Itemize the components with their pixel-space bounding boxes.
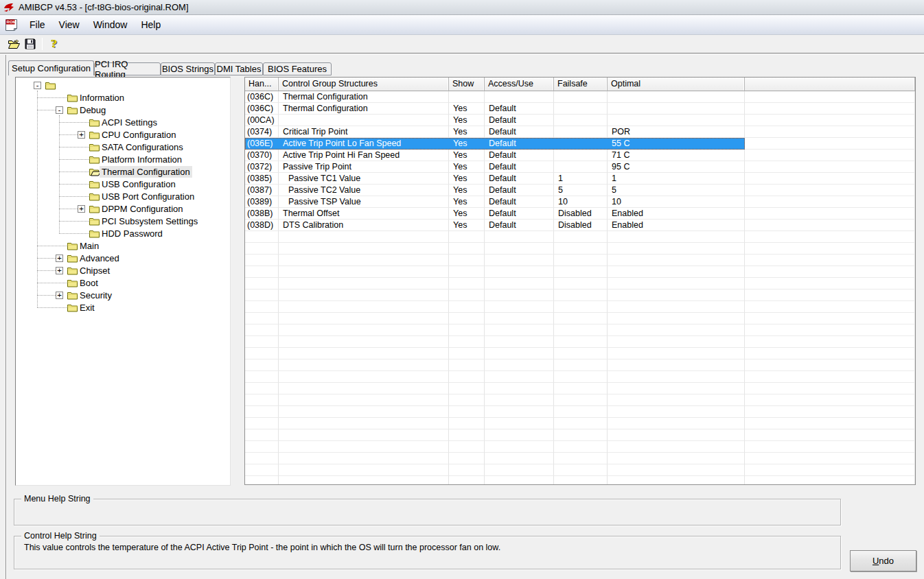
tab-bios-features[interactable]: BIOS Features: [263, 62, 332, 75]
tree-item-platform-information[interactable]: Platform Information: [16, 153, 230, 165]
table-row-empty[interactable]: [245, 429, 915, 441]
table-row-empty[interactable]: [245, 371, 915, 383]
cell-show: [449, 359, 485, 371]
undo-button[interactable]: Undo: [850, 550, 916, 571]
tree-item-exit[interactable]: Exit: [16, 301, 230, 314]
table-row-empty[interactable]: [245, 324, 915, 336]
tree-connector-stub: [37, 97, 67, 98]
folder-icon: [89, 130, 100, 139]
column-header-control-group-structures[interactable]: Control Group Structures: [279, 78, 449, 91]
tree-item-sata-configurations[interactable]: SATA Configurations: [16, 141, 230, 153]
tree-item-acpi-settings[interactable]: ACPI Settings: [16, 116, 230, 128]
rom-document-icon[interactable]: ROM: [4, 19, 19, 32]
menu-window[interactable]: Window: [86, 17, 135, 32]
tab-dmi-tables[interactable]: DMI Tables: [215, 62, 263, 75]
tree-item-cpu-configuration[interactable]: + CPU Configuration: [16, 128, 230, 141]
tree-item-usb-port-configuration[interactable]: USB Port Configuration: [16, 190, 230, 202]
table-row-00ca[interactable]: (00CA)YesDefault: [245, 115, 915, 126]
menu-file[interactable]: File: [23, 17, 52, 32]
table-row-empty[interactable]: [245, 313, 915, 324]
menu-view[interactable]: View: [52, 17, 86, 32]
cell-blank: [745, 348, 915, 359]
column-header-blank[interactable]: [745, 78, 915, 91]
table-row-empty[interactable]: [245, 476, 915, 485]
table-row-038d[interactable]: (038D)DTS CalibrationYesDefaultDisabledE…: [245, 220, 915, 231]
tree-item-thermal-configuration[interactable]: Thermal Configuration: [16, 165, 230, 178]
column-header-show[interactable]: Show: [449, 78, 485, 91]
table-row-0374[interactable]: (0374)Critical Trip PointYesDefaultPOR: [245, 126, 915, 138]
table-row-empty[interactable]: [245, 336, 915, 348]
undo-button-label: Undo: [873, 556, 894, 566]
tree-item-information[interactable]: Information: [16, 91, 230, 104]
cell-failsafe: [554, 266, 608, 278]
cell-handle: [245, 441, 279, 453]
tree-item-boot[interactable]: Boot: [16, 276, 230, 289]
collapse-icon[interactable]: -: [56, 106, 63, 114]
table-row-empty[interactable]: [245, 464, 915, 476]
tree-item-pci-subsystem-settings[interactable]: PCI Subsystem Settings: [16, 215, 230, 227]
tree-item-security[interactable]: + Security: [16, 289, 230, 301]
tree-item-main[interactable]: Main: [16, 239, 230, 252]
table-row-empty[interactable]: [245, 243, 915, 255]
expand-icon[interactable]: +: [78, 205, 85, 213]
table-row-0387[interactable]: (0387)Passive TC2 ValueYesDefault55: [245, 185, 915, 196]
expand-icon[interactable]: +: [56, 255, 63, 262]
expand-icon[interactable]: +: [78, 131, 85, 139]
table-row-0370[interactable]: (0370)Active Trip Point Hi Fan SpeedYesD…: [245, 150, 915, 161]
table-row-empty[interactable]: [245, 418, 915, 429]
column-header-access-use[interactable]: Access/Use: [485, 78, 554, 91]
table-row-036e[interactable]: (036E)Active Trip Point Lo Fan SpeedYesD…: [245, 138, 915, 150]
expand-icon[interactable]: +: [56, 267, 63, 274]
cell-optimal: [608, 231, 745, 243]
tab-setup-configuration[interactable]: Setup Configuration: [8, 60, 94, 75]
tree-connector-stub: [59, 122, 89, 123]
tree-item-chipset[interactable]: + Chipset: [16, 264, 230, 276]
tab-pci-irq-routing[interactable]: PCI IRQ Routing: [94, 62, 161, 75]
save-file-button[interactable]: [22, 36, 38, 51]
table-row-empty[interactable]: [245, 348, 915, 359]
tree-item-item[interactable]: -: [16, 79, 230, 91]
table-row-empty[interactable]: [245, 359, 915, 371]
tree-item-dppm-configuration[interactable]: + DPPM Configuration: [16, 202, 230, 215]
table-row-empty[interactable]: [245, 266, 915, 278]
cell-blank: [745, 336, 915, 348]
table-row-empty[interactable]: [245, 383, 915, 394]
table-row-0372[interactable]: (0372)Passive Trip PointYesDefault95 C: [245, 161, 915, 173]
column-header-optimal[interactable]: Optimal: [608, 78, 745, 91]
tree-item-label: Main: [78, 240, 101, 252]
table-row-empty[interactable]: [245, 278, 915, 290]
tab-bios-strings[interactable]: BIOS Strings: [161, 62, 215, 75]
tree-item-advanced[interactable]: + Advanced: [16, 252, 230, 264]
table-row-empty[interactable]: [245, 290, 915, 301]
table-row-empty[interactable]: [245, 301, 915, 313]
table-row-empty[interactable]: [245, 394, 915, 406]
table-row-empty[interactable]: [245, 255, 915, 266]
tree-item-debug[interactable]: - Debug: [16, 104, 230, 116]
tree-item-usb-configuration[interactable]: USB Configuration: [16, 178, 230, 190]
svg-text:ROM: ROM: [7, 20, 16, 24]
cell-name: [279, 243, 449, 255]
tree-connector-stub: [59, 172, 89, 172]
collapse-icon[interactable]: -: [34, 82, 41, 89]
table-row-038b[interactable]: (038B)Thermal OffsetYesDefaultDisabledEn…: [245, 208, 915, 220]
table-row-0385[interactable]: (0385)Passive TC1 ValueYesDefault11: [245, 173, 915, 185]
table-row-empty[interactable]: [245, 453, 915, 464]
table-row-empty[interactable]: [245, 441, 915, 453]
column-header-failsafe[interactable]: Failsafe: [554, 78, 608, 91]
cell-show: [449, 476, 485, 485]
expand-icon[interactable]: +: [56, 292, 63, 299]
table-row-036c[interactable]: (036C)Thermal ConfigurationYesDefault: [245, 103, 915, 115]
cell-show: [449, 243, 485, 255]
menu-help[interactable]: Help: [134, 17, 168, 32]
cell-optimal: [608, 278, 745, 290]
table-row-empty[interactable]: [245, 231, 915, 243]
table-row-empty[interactable]: [245, 406, 915, 418]
open-file-button[interactable]: [5, 36, 22, 51]
column-header-han[interactable]: Han...: [245, 78, 279, 91]
table-row-0389[interactable]: (0389)Passive TSP ValueYesDefault1010: [245, 196, 915, 208]
cell-handle: (0389): [245, 196, 279, 208]
help-button[interactable]: ?: [46, 36, 62, 51]
table-row-036c[interactable]: (036C)Thermal Configuration: [245, 91, 915, 103]
help-question-icon: ?: [51, 37, 58, 51]
tree-item-hdd-password[interactable]: HDD Password: [16, 227, 230, 239]
